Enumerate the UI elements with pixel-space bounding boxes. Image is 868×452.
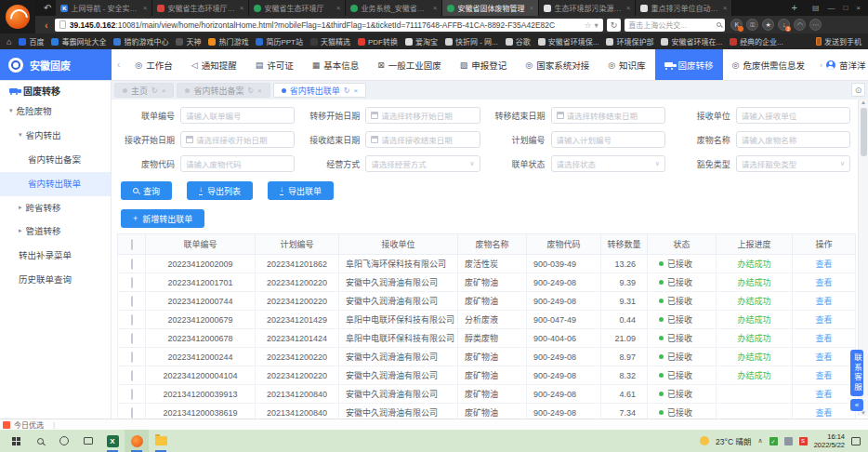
home-icon[interactable]: ⌂: [7, 37, 11, 47]
send-to-phone-button[interactable]: 发送到手机: [816, 36, 861, 47]
bookmark-item[interactable]: 快折网 - 网...: [445, 36, 498, 47]
view-link[interactable]: 查看: [815, 278, 832, 287]
nav-item-knowledge-base[interactable]: ◎知识库: [598, 49, 654, 80]
game-center-icon[interactable]: ◠: [794, 19, 806, 31]
notification-center-icon[interactable]: [851, 437, 861, 445]
browser-tab-ah-env-dept[interactable]: 安徽省生态环境厅×: [249, 0, 346, 16]
tab-close-icon[interactable]: ×: [257, 86, 262, 95]
window-restore-icon[interactable]: □: [843, 4, 848, 12]
browser-logo[interactable]: [0, 0, 35, 33]
nav-item-declaration[interactable]: ▧申报登记: [451, 49, 517, 80]
plan-no-input[interactable]: 请输入计划编号: [551, 131, 665, 148]
bookmark-item[interactable]: 天猫精选: [310, 36, 350, 47]
sidebar-item-intra-province-transfer-out[interactable]: ▾省内转出: [0, 124, 111, 148]
new-tab-button[interactable]: +: [783, 0, 804, 16]
bookmark-item[interactable]: 百度: [19, 36, 44, 47]
tab-refresh-icon[interactable]: ↻: [344, 86, 350, 95]
search-icon[interactable]: [717, 22, 721, 27]
waste-name-input[interactable]: 请输入废物名称: [736, 131, 850, 148]
select-all-checkbox[interactable]: [131, 239, 133, 250]
explorer-taskbar-button[interactable]: [149, 430, 173, 452]
nav-item-notifications[interactable]: ◁通知提醒: [182, 49, 246, 80]
browser-tab-ah-env-dept-portal[interactable]: 安徽省生态环境厅_...×: [152, 0, 249, 16]
bookmark-item[interactable]: 环境保护部: [606, 36, 653, 47]
tab-close-icon[interactable]: ×: [143, 4, 148, 12]
customer-service-button[interactable]: 联系客服: [850, 350, 863, 396]
task-view-button[interactable]: [76, 430, 100, 452]
weather-text[interactable]: 23°C 晴朗: [716, 435, 751, 446]
sidebar-item-transfer-out-manifest[interactable]: 省内转出联单: [0, 172, 111, 196]
view-link[interactable]: 查看: [815, 371, 832, 380]
sidebar-item-history-manifest-query[interactable]: 历史联单查询: [0, 268, 111, 292]
nav-item-permit[interactable]: ▤许可证: [246, 49, 303, 80]
tab-back-icon[interactable]: ↶: [39, 0, 56, 16]
transfer-start-date-input[interactable]: 请选择转移开始日期: [365, 107, 480, 124]
row-checkbox[interactable]: [131, 296, 133, 307]
view-link[interactable]: 查看: [815, 390, 832, 399]
bookmark-item[interactable]: 热门游戏: [208, 36, 248, 47]
add-manifest-button[interactable]: +新增转出联单: [121, 209, 204, 228]
browser-taskbar-button[interactable]: [125, 430, 149, 452]
tab-close-icon[interactable]: ×: [626, 4, 631, 12]
bookmark-item[interactable]: 毒霸网址大全: [51, 36, 106, 47]
bookmark-item[interactable]: 简历PPT站: [256, 36, 303, 47]
collapse-button[interactable]: «: [850, 399, 863, 411]
ime-tray-icon[interactable]: [784, 437, 793, 445]
browser-back-button[interactable]: ‹: [42, 20, 51, 31]
more-icon[interactable]: ⋯: [809, 19, 822, 31]
scroll-thumb[interactable]: [861, 108, 867, 156]
manifest-no-input[interactable]: 请输入联单编号: [180, 107, 295, 124]
taskbar-search-button[interactable]: [28, 430, 52, 452]
row-checkbox[interactable]: [131, 389, 133, 400]
antivirus-button[interactable]: K: [730, 19, 743, 31]
browser-tab-pollution-source[interactable]: 生态环境部污染源监...×: [539, 0, 636, 16]
view-link[interactable]: 查看: [815, 334, 832, 343]
sidebar-item-transfer-out-filing[interactable]: 省内转出备案: [0, 148, 111, 172]
sidebar-item-supplementary-entry[interactable]: 转出补录菜单: [0, 244, 111, 268]
user-menu[interactable]: › 苗洋洋: [814, 59, 868, 72]
refresh-button[interactable]: ↻: [607, 19, 622, 32]
sogou-tray-icon[interactable]: S: [799, 437, 808, 445]
nav-item-waste-transfer[interactable]: 固废转移: [655, 49, 723, 80]
row-checkbox[interactable]: [131, 407, 133, 419]
export-list-button[interactable]: ↓导出列表: [187, 181, 253, 200]
lock-icon[interactable]: ⚿: [746, 19, 758, 31]
cortana-button[interactable]: [52, 430, 76, 452]
url-dropdown-icon[interactable]: ▾: [594, 20, 598, 30]
waste-code-input[interactable]: 请输入废物代码: [180, 155, 295, 172]
browser-search-box[interactable]: 直击上海公共交...: [625, 19, 725, 32]
receiver-unit-input[interactable]: 请输入接收单位: [736, 107, 850, 124]
bookmark-item[interactable]: 安徽省环境在...: [661, 36, 722, 47]
tab-refresh-icon[interactable]: ↻: [151, 86, 158, 95]
nav-item-basic-info[interactable]: ▦基本信息: [303, 49, 369, 80]
nav-item-general-industrial-waste[interactable]: ⊠一般工业固废: [368, 49, 451, 80]
nav-scroll-left-icon[interactable]: ‹: [112, 60, 125, 70]
manifest-status-input[interactable]: 请选择状态∨: [551, 155, 665, 172]
tray-expand-icon[interactable]: ∧: [758, 437, 763, 445]
nav-item-hw-supply-demand[interactable]: ◎危废供需信息发: [723, 49, 814, 80]
sidebar-item-cross-province-transfer[interactable]: ▸跨省转移: [0, 196, 111, 220]
address-bar[interactable]: 39.145.0.162:10081/main/view/home/horizo…: [55, 19, 603, 32]
bookmark-item[interactable]: 安徽省环境保...: [538, 36, 599, 47]
tab-close-icon[interactable]: ×: [336, 4, 341, 12]
window-minimize-icon[interactable]: —: [827, 4, 835, 12]
query-button[interactable]: 查询: [121, 181, 172, 200]
bookmark-item[interactable]: 爱淘宝: [405, 36, 438, 47]
view-link[interactable]: 查看: [815, 408, 832, 418]
export-manifest-button[interactable]: ↓导出联单: [268, 181, 334, 200]
nav-item-workbench[interactable]: ◎工作台: [125, 49, 181, 80]
page-tab-transfer-out-manifest[interactable]: 省内转出联单↻×: [273, 83, 366, 98]
browser-tab-business-system[interactable]: 业务系统_安徽省生...×: [346, 0, 442, 16]
bookmark-star-icon[interactable]: ☆: [585, 20, 592, 30]
tab-close-icon[interactable]: ×: [240, 4, 244, 12]
bookmark-item[interactable]: 经典的企业...: [730, 36, 783, 47]
view-link[interactable]: 查看: [815, 297, 832, 306]
start-button[interactable]: [4, 430, 28, 452]
security-tray-icon[interactable]: ✓: [769, 437, 778, 445]
row-checkbox[interactable]: [131, 277, 133, 288]
view-link[interactable]: 查看: [815, 315, 832, 325]
tab-close-icon[interactable]: ×: [162, 86, 166, 95]
bookmark-item[interactable]: 谷歌: [506, 36, 531, 47]
tab-close-icon[interactable]: ×: [433, 4, 438, 12]
browser-tab-key-polluters[interactable]: 重点排污单位自动监...×: [636, 0, 732, 16]
